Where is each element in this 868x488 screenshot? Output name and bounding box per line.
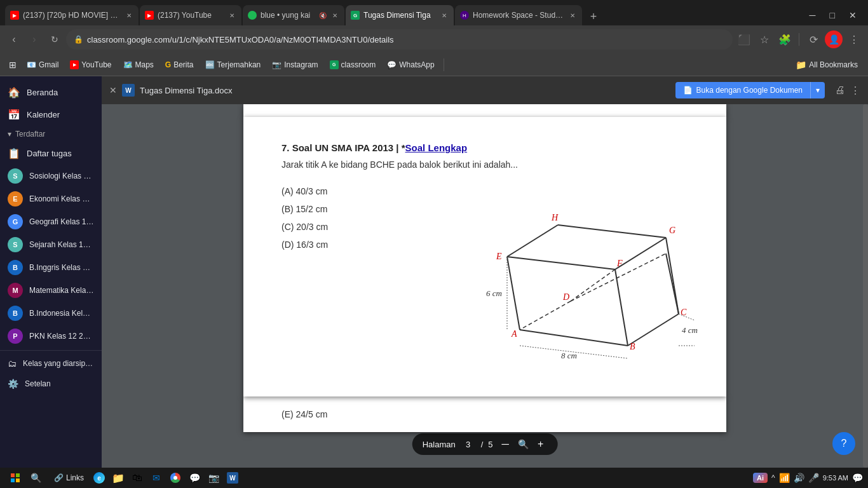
sidebar-item-matematika[interactable]: M Matematika Kelas 12...	[0, 279, 102, 302]
bookmark-classroom[interactable]: G classroom	[325, 58, 381, 72]
sidebar-item-bindonesia[interactable]: B B.Indonesia Kelas 12...	[0, 302, 102, 325]
taskbar-links[interactable]: 🔗 Links	[49, 472, 89, 484]
taskbar-word[interactable]: W	[224, 469, 241, 487]
sidebar-item-daftar-tugas[interactable]: 📋 Daftar tugas	[0, 142, 102, 165]
bookmark-berita[interactable]: G Berita	[160, 58, 199, 72]
tab-close-4[interactable]: ✕	[440, 11, 449, 20]
taskbar-time[interactable]: 9:53 AM	[823, 474, 848, 482]
help-button[interactable]: ?	[832, 432, 855, 455]
sidebar-item-sejarah[interactable]: S Sejarah Kelas 12 202...	[0, 233, 102, 256]
tab-title-1: (2137) [720p HD MOVIE] Wa...	[23, 11, 121, 20]
taskbar-search[interactable]: 🔍	[25, 471, 46, 484]
taskbar-instagram[interactable]: 📷	[205, 469, 222, 487]
print-icon[interactable]: 🖨	[835, 85, 845, 96]
reload-btn[interactable]: ↻	[46, 30, 64, 48]
tab-close-1[interactable]: ✕	[125, 11, 133, 20]
close-btn[interactable]: ✕	[843, 8, 863, 23]
links-label: Links	[66, 473, 84, 482]
taskbar-discord[interactable]: 💬	[186, 469, 203, 487]
maps-icon: 🗺️	[123, 60, 133, 69]
svg-text:D: D	[562, 292, 569, 302]
open-with-main[interactable]: 📄 Buka dengan Google Dokumen	[675, 82, 810, 98]
bookmark-gmail[interactable]: 📧 Gmail	[22, 58, 64, 72]
pagination-current[interactable]	[461, 440, 476, 449]
start-button[interactable]	[5, 469, 25, 487]
tab-2[interactable]: ▶ (2137) YouTube ✕	[140, 5, 241, 25]
back-btn[interactable]: ‹	[5, 30, 23, 48]
url-bar[interactable]: 🔒 classroom.google.com/u/1/c/NjkxNTE5MTU…	[66, 29, 733, 50]
choice-e: (E) 24/5 cm	[281, 409, 688, 419]
profile-icon[interactable]: 👤	[825, 30, 843, 48]
system-tray-expand[interactable]: ^	[771, 473, 775, 482]
more-options-icon[interactable]: ⋮	[850, 85, 860, 97]
question-title: Soal UN SMA IPA 2013	[292, 142, 394, 153]
doc-page-main: 7. Soal UN SMA IPA 2013 | *Soal Lengkap …	[243, 117, 726, 396]
taskbar-store[interactable]: 🛍	[128, 469, 146, 487]
taskbar-edge[interactable]: e	[90, 469, 108, 487]
menu-btn[interactable]: ⋮	[845, 30, 863, 48]
bookmark-terjemahkan[interactable]: 🔤 Terjemahkan	[200, 58, 266, 72]
sidebar-item-geografi[interactable]: G Geografi Kelas 12 20...	[0, 210, 102, 233]
setelan-label: Setelan	[25, 379, 51, 388]
sidebar-item-binggris[interactable]: B B.Inggris Kelas 12 20...	[0, 256, 102, 279]
minimize-btn[interactable]: ─	[803, 8, 822, 23]
doc-close-btn[interactable]: ✕	[109, 85, 117, 95]
all-bookmarks[interactable]: 📁 All Bookmarks	[790, 57, 863, 72]
tab-title-5: Homework Space - StudyX	[473, 11, 564, 20]
sidebar-item-setelan[interactable]: ⚙️ Setelan	[0, 374, 102, 394]
tab-title-4: Tugas Dimensi Tiga	[363, 11, 436, 20]
tab-close-3[interactable]: ✕	[330, 11, 339, 20]
sound-icon[interactable]: 🔊	[794, 473, 804, 483]
bookmark-youtube[interactable]: ▶ YouTube	[65, 58, 116, 72]
gmail-icon: 📧	[27, 60, 36, 69]
pkn-avatar: P	[8, 329, 23, 344]
bookmark-apps[interactable]: ⊞	[5, 57, 20, 72]
open-with-arrow[interactable]: ▾	[810, 82, 825, 98]
tab-favicon-4: G	[351, 11, 360, 20]
svg-line-12	[666, 238, 679, 314]
bookmark-instagram[interactable]: 📷 Instagram	[267, 58, 323, 72]
ai-button[interactable]: Ai	[753, 473, 768, 483]
chevron-down-icon: ▾	[8, 130, 11, 139]
sync-icon[interactable]: ⟳	[804, 30, 822, 48]
sidebar-item-beranda[interactable]: 🏠 Beranda	[0, 81, 102, 104]
tab-close-5[interactable]: ✕	[568, 11, 577, 20]
bookmark-maps[interactable]: 🗺️ Maps	[118, 58, 159, 72]
doc-toolbar: ✕ W Tugas Dimensi Tiga.docx 📄 Buka denga…	[102, 76, 868, 104]
question-link[interactable]: Soal Lengkap	[405, 142, 468, 153]
sidebar-section-terdaftar[interactable]: ▾ Terdaftar	[0, 126, 102, 142]
tab-5[interactable]: H Homework Space - StudyX ✕	[455, 5, 582, 25]
cast-icon[interactable]: ⬛	[735, 30, 753, 48]
taskbar-files[interactable]: 📁	[109, 469, 127, 487]
new-tab-button[interactable]: +	[585, 8, 602, 25]
sidebar-item-ekonomi[interactable]: E Ekonomi Kelas 12 20...	[0, 187, 102, 210]
bookmark-star-icon[interactable]: ☆	[756, 30, 773, 48]
bookmark-whatsapp[interactable]: 💬 WhatsApp	[382, 58, 439, 72]
taskbar-chrome[interactable]	[166, 469, 184, 487]
sidebar-item-arsip[interactable]: 🗂 Kelas yang diarsipka...	[0, 353, 102, 374]
zoom-in-btn[interactable]: +	[534, 437, 547, 451]
sidebar-item-pkn[interactable]: P PKN Kelas 12 2024/2...	[0, 325, 102, 348]
youtube-label: YouTube	[81, 60, 111, 69]
extensions-icon[interactable]: 🧩	[776, 30, 794, 48]
tab-1[interactable]: ▶ (2137) [720p HD MOVIE] Wa... ✕	[5, 5, 139, 25]
taskbar-email[interactable]: ✉	[147, 469, 165, 487]
maximize-btn[interactable]: □	[824, 8, 841, 23]
sidebar-item-kalender[interactable]: 📅 Kalender	[0, 104, 102, 126]
whatsapp-label: WhatsApp	[399, 60, 434, 69]
tab-close-2[interactable]: ✕	[227, 11, 236, 20]
notification-icon[interactable]: 💬	[852, 473, 863, 483]
forward-btn[interactable]: ›	[25, 30, 43, 48]
svg-line-0	[520, 301, 571, 330]
taskbar-apps-area: 🔗 Links e 📁 🛍 ✉ 💬 📷 W	[49, 469, 241, 487]
zoom-out-btn[interactable]: ─	[498, 437, 513, 451]
tab-3[interactable]: blue • yung kai 🔇 ✕	[243, 5, 344, 25]
svg-line-3	[520, 330, 628, 346]
scrollbar[interactable]	[863, 104, 868, 468]
mic-icon[interactable]: 🎤	[808, 473, 819, 483]
sidebar-item-sosiologi[interactable]: S Sosiologi Kelas 12 20...	[0, 165, 102, 187]
open-with-button[interactable]: 📄 Buka dengan Google Dokumen ▾	[675, 82, 825, 98]
tab-4-active[interactable]: G Tugas Dimensi Tiga ✕	[346, 5, 454, 25]
zoom-icon[interactable]: 🔍	[518, 439, 529, 449]
network-icon[interactable]: 📶	[779, 473, 790, 483]
